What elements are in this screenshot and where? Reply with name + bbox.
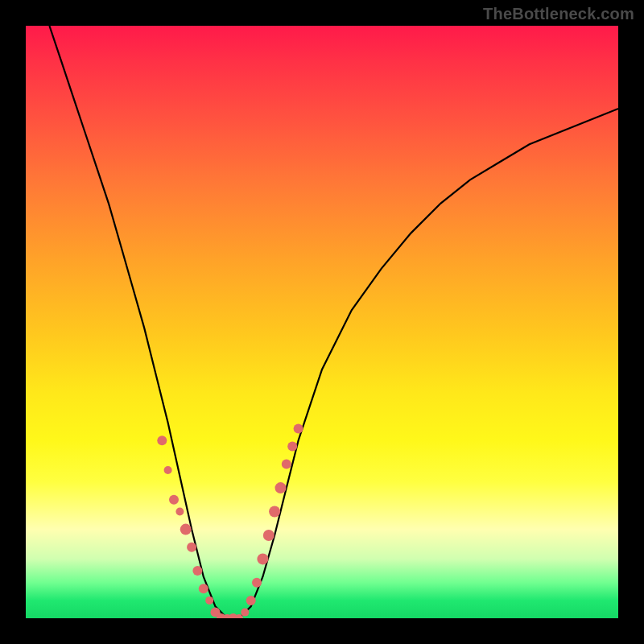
marker-dot xyxy=(263,530,275,541)
marker-dot xyxy=(169,495,179,505)
chart-svg xyxy=(26,26,618,618)
marker-dot xyxy=(287,442,297,452)
chart-container: TheBottleneck.com xyxy=(0,0,644,644)
marker-dot xyxy=(205,597,213,605)
data-markers xyxy=(157,424,303,619)
marker-dot xyxy=(192,566,202,576)
marker-dot xyxy=(257,553,268,564)
marker-dot xyxy=(294,424,303,434)
marker-dot xyxy=(252,578,262,588)
marker-dot xyxy=(180,524,192,535)
attribution-text: TheBottleneck.com xyxy=(483,5,634,23)
marker-dot xyxy=(175,508,184,516)
marker-dot xyxy=(282,460,291,469)
marker-dot xyxy=(241,609,249,617)
marker-dot xyxy=(275,482,287,493)
bottleneck-curve xyxy=(49,26,618,618)
marker-dot xyxy=(269,506,280,518)
marker-dot xyxy=(164,466,172,474)
marker-dot xyxy=(187,543,196,552)
marker-dot xyxy=(157,436,167,445)
marker-dot xyxy=(199,584,208,593)
marker-dot xyxy=(246,596,256,605)
